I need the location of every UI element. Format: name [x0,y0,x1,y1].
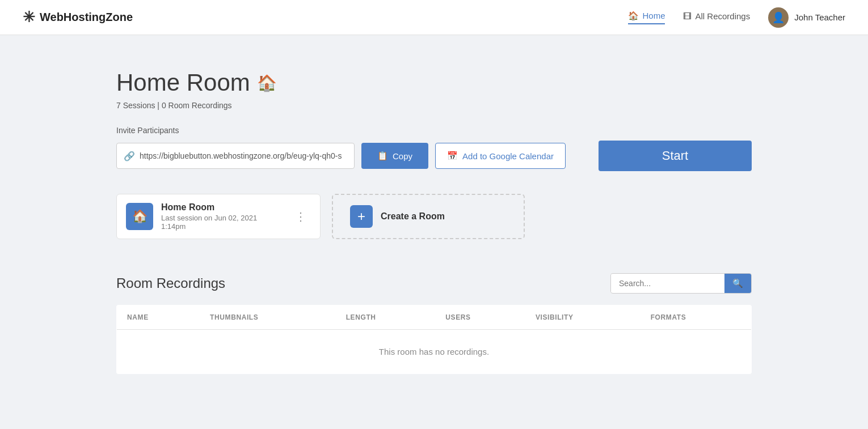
room-info: Home Room Last session on Jun 02, 2021 1… [161,202,283,231]
google-calendar-button[interactable]: 📅 Add to Google Calendar [435,143,566,169]
user-name: John Teacher [794,12,845,22]
recordings-header: Room Recordings 🔍 [116,273,752,294]
copy-label: Copy [393,151,412,161]
nav-recordings-label: All Recordings [695,11,750,21]
start-button[interactable]: Start [599,141,752,171]
search-button[interactable]: 🔍 [724,274,751,293]
empty-message: This room has no recordings. [117,330,752,374]
recordings-nav-icon: 🎞 [683,11,692,21]
create-room-plus-icon: + [350,205,373,228]
avatar: 👤 [768,7,789,28]
col-formats: FORMATS [641,305,752,330]
invite-label: Invite Participants [116,126,752,135]
rooms-row: 🏠 Home Room Last session on Jun 02, 2021… [116,194,752,239]
link-icon: 🔗 [124,151,135,162]
invite-row: 🔗 https://bigbluebutton.webhostingzone.o… [116,141,752,171]
logo-icon: ✳ [23,9,35,26]
main-content: Home Room 🏠 7 Sessions | 0 Room Recordin… [94,35,774,397]
col-thumbnails: THUMBNAILS [200,305,336,330]
col-length: LENGTH [336,305,436,330]
google-cal-label: Add to Google Calendar [462,151,554,161]
brand-name: WebHostingZone [40,11,133,24]
search-icon: 🔍 [732,278,743,288]
start-label: Start [662,148,688,163]
recordings-table: NAME THUMBNAILS LENGTH USERS VISIBILITY … [116,305,752,374]
calendar-icon: 📅 [447,151,458,161]
sessions-info: 7 Sessions | 0 Room Recordings [116,101,752,110]
home-nav-icon: 🏠 [628,11,639,21]
room-menu-button[interactable]: ⋮ [290,209,311,224]
room-card: 🏠 Home Room Last session on Jun 02, 2021… [116,194,321,239]
empty-row: This room has no recordings. [117,330,752,374]
create-room-label: Create a Room [381,211,445,222]
room-icon-box: 🏠 [126,203,153,230]
search-input[interactable] [611,274,724,292]
table-header-row: NAME THUMBNAILS LENGTH USERS VISIBILITY … [117,305,752,330]
room-session: Last session on Jun 02, 2021 1:14pm [161,214,283,231]
brand-logo[interactable]: ✳ WebHostingZone [23,9,133,26]
invite-url-box: 🔗 https://bigbluebutton.webhostingzone.o… [116,143,355,169]
nav-home[interactable]: 🏠 Home [628,11,665,24]
copy-icon: 📋 [377,151,388,161]
recordings-title: Room Recordings [116,275,225,291]
navbar: ✳ WebHostingZone 🏠 Home 🎞 All Recordings… [0,0,868,35]
page-title: Home Room [116,69,250,96]
nav-home-label: Home [642,11,665,20]
home-icon-badge: 🏠 [257,74,277,92]
nav-recordings[interactable]: 🎞 All Recordings [683,11,750,23]
navbar-right: 🏠 Home 🎞 All Recordings 👤 John Teacher [628,7,845,28]
user-info[interactable]: 👤 John Teacher [768,7,845,28]
room-name: Home Room [161,202,283,213]
create-room-card[interactable]: + Create a Room [332,194,525,239]
room-home-icon: 🏠 [132,209,148,224]
col-name: NAME [117,305,200,330]
copy-button[interactable]: 📋 Copy [361,143,428,169]
col-visibility: VISIBILITY [525,305,641,330]
page-title-area: Home Room 🏠 [116,69,752,96]
search-box: 🔍 [610,273,752,294]
col-users: USERS [435,305,525,330]
invite-url-text: https://bigbluebutton.webhostingzone.org… [140,151,342,160]
